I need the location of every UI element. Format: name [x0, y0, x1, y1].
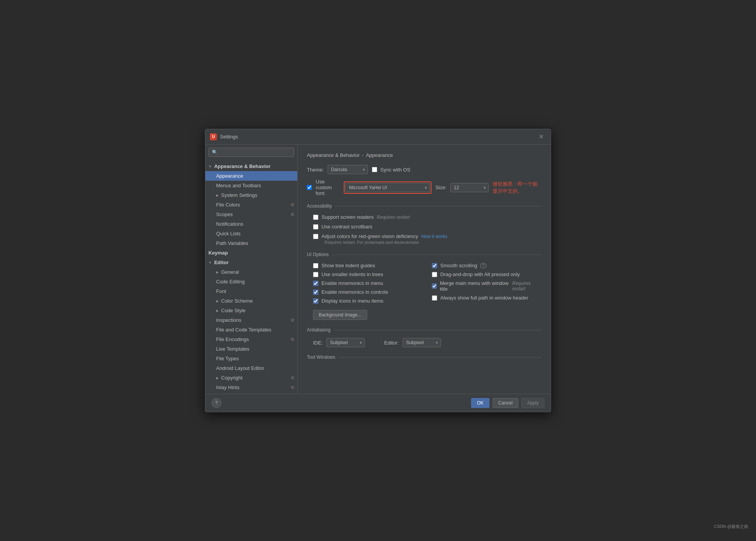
- editor-dropdown-wrapper: Subpixel None Greyscale ▼: [403, 338, 441, 347]
- close-button[interactable]: ✕: [536, 132, 546, 141]
- sidebar-item-appearance-behavior[interactable]: ▼ Appearance & Behavior: [205, 161, 297, 171]
- background-image-button[interactable]: Background Image...: [313, 310, 367, 320]
- smooth-scrolling-row: Smooth scrolling ?: [432, 263, 541, 268]
- custom-font-checkbox[interactable]: [307, 185, 312, 190]
- sidebar-item-file-code-templates[interactable]: File and Code Templates: [205, 325, 297, 335]
- adjust-colors-label: Adjust colors for red-green vision defic…: [321, 233, 418, 239]
- display-icons-label: Display icons in menu items: [321, 298, 383, 304]
- display-icons-checkbox[interactable]: [313, 298, 318, 304]
- editor-aa-label: Editor:: [384, 340, 399, 346]
- custom-font-row: Use custom font: Microsoft YaHei UI Aria…: [307, 179, 541, 196]
- support-screen-readers-label: Support screen readers: [321, 214, 374, 220]
- adjust-colors-row: Adjust colors for red-green vision defic…: [313, 233, 541, 245]
- smaller-indents-checkbox[interactable]: [313, 272, 318, 277]
- dialog-title: Settings: [220, 134, 238, 140]
- smooth-scrolling-label: Smooth scrolling: [440, 263, 477, 268]
- drag-drop-row: Drag-and-drop with Alt pressed only: [432, 271, 541, 277]
- size-dropdown-wrapper: 12 10 11 13 14 ▼: [450, 183, 489, 192]
- font-select[interactable]: Microsoft YaHei UI Arial Segoe UI: [345, 183, 430, 192]
- search-box[interactable]: 🔍: [208, 148, 294, 157]
- search-icon: 🔍: [212, 150, 218, 155]
- sidebar-item-scopes[interactable]: Scopes ⊞: [205, 210, 297, 219]
- sidebar-item-system-settings[interactable]: ▶ System Settings: [205, 190, 297, 200]
- sidebar-item-notifications[interactable]: Notifications: [205, 219, 297, 229]
- sync-os-row: Sync with OS: [372, 167, 410, 173]
- sync-os-label: Sync with OS: [380, 167, 410, 173]
- badge-file-colors: ⊞: [291, 202, 294, 207]
- sidebar-item-live-templates[interactable]: Live Templates: [205, 344, 297, 354]
- badge-inlay-hints: ⊞: [291, 385, 294, 390]
- enable-mnemonics-menu-checkbox[interactable]: [313, 281, 318, 286]
- editor-antialiasing-select[interactable]: Subpixel None Greyscale: [403, 338, 441, 347]
- enable-mnemonics-controls-label: Enable mnemonics in controls: [321, 289, 388, 295]
- search-input[interactable]: [220, 150, 291, 155]
- expand-arrow-editor: ▼: [208, 261, 212, 265]
- smaller-indents-row: Use smaller indents in trees: [313, 271, 423, 277]
- badge-scopes: ⊞: [291, 212, 294, 217]
- font-dropdown-wrapper: Microsoft YaHei UI Arial Segoe UI ▼: [345, 183, 430, 192]
- sidebar-item-font[interactable]: Font: [205, 286, 297, 296]
- sidebar-item-inspections[interactable]: Inspections ⊞: [205, 315, 297, 325]
- main-content: Appearance & Behavior › Appearance Theme…: [298, 145, 551, 394]
- contrast-scrollbars-checkbox[interactable]: [313, 224, 318, 230]
- contrast-scrollbars-checkbox-row: Use contrast scrollbars: [313, 224, 541, 230]
- dialog-footer: ? OK Cancel Apply: [205, 394, 551, 412]
- breadcrumb: Appearance & Behavior › Appearance: [307, 152, 541, 158]
- antialiasing-row: IDE: Subpixel None Greyscale ▼ Editor: S…: [313, 338, 541, 347]
- ide-antialiasing-select[interactable]: Subpixel None Greyscale: [326, 338, 365, 347]
- merge-main-menu-hint: Requires restart: [512, 281, 541, 291]
- custom-font-label: Use custom font:: [316, 179, 340, 196]
- nav-tree: ▼ Appearance & Behavior Appearance Menus…: [205, 160, 297, 394]
- dialog-body: 🔍 ▼ Appearance & Behavior Appearance Men…: [205, 145, 551, 394]
- apply-button[interactable]: Apply: [521, 398, 545, 408]
- theme-select[interactable]: Darcula IntelliJ Light High contrast: [328, 165, 368, 174]
- ui-options-grid: Show tree indent guides Use smaller inde…: [313, 263, 541, 307]
- drag-drop-checkbox[interactable]: [432, 272, 437, 277]
- cancel-button[interactable]: Cancel: [493, 398, 518, 408]
- support-screen-readers-checkbox[interactable]: [313, 215, 318, 220]
- sidebar-item-code-style[interactable]: ▶ Code Style: [205, 306, 297, 315]
- sidebar-item-file-types[interactable]: File Types: [205, 354, 297, 363]
- smooth-scrolling-checkbox[interactable]: [432, 263, 437, 268]
- sync-os-checkbox[interactable]: [372, 167, 377, 172]
- always-show-full-path-checkbox[interactable]: [432, 295, 437, 301]
- merge-main-menu-checkbox[interactable]: [432, 283, 437, 289]
- sidebar-item-path-variables[interactable]: Path Variables: [205, 238, 297, 248]
- size-select[interactable]: 12 10 11 13 14: [450, 183, 489, 192]
- help-button[interactable]: ?: [211, 398, 221, 408]
- sidebar: 🔍 ▼ Appearance & Behavior Appearance Men…: [205, 145, 298, 394]
- sidebar-item-general[interactable]: ▶ General: [205, 267, 297, 277]
- ok-button[interactable]: OK: [471, 398, 489, 408]
- expand-arrow-color-scheme: ▶: [216, 299, 219, 303]
- font-select-box: Microsoft YaHei UI Arial Segoe UI ▼: [344, 181, 431, 194]
- ide-label: IDE:: [313, 340, 323, 346]
- sidebar-item-inlay-hints[interactable]: Inlay Hints ⊞: [205, 383, 297, 392]
- sidebar-item-android-layout-editor[interactable]: Android Layout Editor: [205, 363, 297, 373]
- ui-options-section-header: UI Options: [307, 251, 541, 257]
- sidebar-item-quick-lists[interactable]: Quick Lists: [205, 229, 297, 238]
- sidebar-item-menus-toolbars[interactable]: Menus and Toolbars: [205, 181, 297, 190]
- enable-mnemonics-menu-label: Enable mnemonics in menu: [321, 280, 383, 286]
- sidebar-item-copyright[interactable]: ▶ Copyright ⊞: [205, 373, 297, 383]
- sidebar-item-color-scheme[interactable]: ▶ Color Scheme: [205, 296, 297, 306]
- how-it-works-link[interactable]: How it works: [421, 234, 447, 239]
- ui-options-right: Smooth scrolling ? Drag-and-drop with Al…: [432, 263, 541, 307]
- sidebar-item-editor[interactable]: ▼ Editor: [205, 258, 297, 267]
- app-icon: U: [210, 133, 217, 140]
- contrast-scrollbars-label: Use contrast scrollbars: [321, 224, 372, 230]
- watermark: CSDN @极致之路: [714, 524, 748, 529]
- smooth-scrolling-help[interactable]: ?: [480, 263, 486, 268]
- background-image-wrapper: Background Image...: [313, 310, 541, 320]
- sidebar-item-file-colors[interactable]: File Colors ⊞: [205, 200, 297, 210]
- sidebar-item-keymap[interactable]: Keymap: [205, 248, 297, 258]
- sidebar-item-appearance[interactable]: Appearance: [205, 171, 297, 181]
- adjust-colors-checkbox-row: Adjust colors for red-green vision defic…: [313, 233, 541, 239]
- adjust-colors-checkbox[interactable]: [313, 234, 318, 239]
- sidebar-item-file-encodings[interactable]: File Encodings ⊞: [205, 335, 297, 344]
- sidebar-item-code-editing[interactable]: Code Editing: [205, 277, 297, 286]
- titlebar-left: U Settings: [210, 133, 238, 140]
- enable-mnemonics-controls-checkbox[interactable]: [313, 290, 318, 295]
- support-screen-readers-checkbox-row: Support screen readers Requires restart: [313, 214, 541, 220]
- theme-row: Theme: Darcula IntelliJ Light High contr…: [307, 165, 541, 174]
- show-tree-indent-checkbox[interactable]: [313, 263, 318, 268]
